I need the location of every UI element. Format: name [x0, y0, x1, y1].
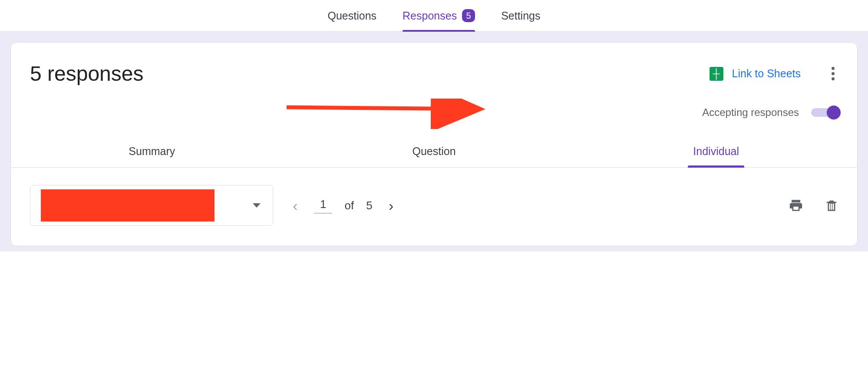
redacted-content: [41, 189, 215, 222]
tab-questions[interactable]: Questions: [328, 0, 377, 32]
next-response-icon[interactable]: ›: [385, 197, 398, 214]
subtab-summary-label: Summary: [129, 145, 175, 157]
sheets-icon: ┼: [710, 67, 723, 81]
link-to-sheets-button[interactable]: Link to Sheets: [732, 67, 801, 80]
individual-right-group: [789, 198, 839, 213]
accepting-responses-label: Accepting responses: [702, 106, 799, 119]
responses-card: 5 responses ┼ Link to Sheets Accepting r…: [10, 42, 858, 246]
delete-icon[interactable]: [824, 198, 839, 213]
response-pager: ‹ 1 of 5 ›: [289, 197, 398, 214]
subtab-question-label: Question: [412, 145, 455, 157]
pager-of-label: of: [344, 199, 354, 212]
accepting-responses-toggle[interactable]: [811, 108, 839, 117]
chevron-down-icon: [253, 203, 261, 208]
individual-left-group: ‹ 1 of 5 ›: [30, 185, 398, 226]
tab-settings[interactable]: Settings: [501, 0, 540, 32]
response-selector[interactable]: [30, 185, 273, 226]
tab-responses-label: Responses: [403, 0, 457, 32]
subtab-individual[interactable]: Individual: [575, 135, 857, 167]
subtab-individual-label: Individual: [693, 145, 739, 157]
tab-questions-label: Questions: [328, 0, 377, 32]
card-header: 5 responses ┼ Link to Sheets: [11, 43, 857, 93]
subtab-summary[interactable]: Summary: [11, 135, 293, 167]
responses-title: 5 responses: [30, 62, 144, 86]
response-subtabs: Summary Question Individual: [11, 134, 857, 168]
individual-toolbar: ‹ 1 of 5 ›: [11, 168, 857, 246]
top-tabs: Questions Responses 5 Settings: [0, 0, 868, 32]
subtab-question[interactable]: Question: [293, 135, 575, 167]
prev-response-icon[interactable]: ‹: [289, 197, 302, 214]
more-options-icon[interactable]: [827, 67, 839, 80]
toggle-knob: [827, 106, 841, 119]
total-responses-number: 5: [366, 199, 372, 212]
responses-count-badge: 5: [462, 9, 475, 22]
current-response-number[interactable]: 1: [314, 198, 332, 214]
print-icon[interactable]: [789, 198, 803, 213]
link-to-sheets-group: ┼ Link to Sheets: [710, 67, 839, 81]
accepting-responses-row: Accepting responses: [11, 93, 857, 134]
tab-settings-label: Settings: [501, 0, 540, 32]
tab-responses[interactable]: Responses 5: [403, 0, 475, 32]
page-background: 5 responses ┼ Link to Sheets Accepting r…: [0, 32, 868, 251]
